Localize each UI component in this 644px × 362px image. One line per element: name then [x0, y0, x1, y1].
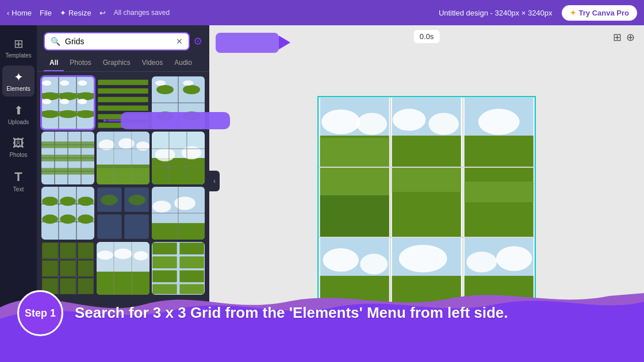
add-page-button[interactable]: ⊕: [626, 31, 635, 44]
svg-rect-125: [464, 136, 533, 167]
svg-point-68: [78, 197, 94, 206]
svg-point-77: [101, 195, 118, 205]
result-item-4[interactable]: [41, 132, 94, 184]
svg-rect-61: [41, 187, 94, 240]
svg-point-123: [429, 113, 459, 134]
grid-cell-2-1: [319, 167, 390, 237]
tab-graphics[interactable]: Graphics: [97, 55, 136, 71]
clear-icon[interactable]: ✕: [176, 37, 183, 46]
step-description: Search for 3 x 3 Grid from the 'Elements…: [75, 303, 508, 323]
svg-point-31: [155, 80, 166, 86]
tab-audio[interactable]: Audio: [168, 55, 198, 71]
svg-point-71: [78, 214, 94, 224]
svg-point-81: [152, 201, 171, 213]
svg-point-10: [76, 110, 94, 118]
svg-rect-129: [320, 195, 389, 237]
text-icon: T: [14, 170, 22, 184]
svg-point-101: [97, 251, 113, 260]
svg-point-11: [42, 80, 51, 86]
try-pro-button[interactable]: ✦ Try Canva Pro: [562, 5, 637, 21]
svg-point-48: [136, 141, 150, 151]
svg-point-16: [78, 99, 87, 104]
tab-all[interactable]: All: [44, 55, 64, 71]
resize-icon: ✦: [60, 9, 66, 17]
svg-rect-146: [216, 33, 279, 53]
saved-status: All changes saved: [114, 9, 170, 17]
home-button[interactable]: ‹ Home: [7, 9, 32, 17]
svg-point-67: [60, 197, 76, 206]
svg-point-15: [60, 99, 69, 104]
tab-photos[interactable]: Photos: [64, 55, 97, 71]
sidebar-item-text[interactable]: T Text: [2, 165, 34, 197]
svg-point-9: [59, 110, 77, 118]
topbar-left: ‹ Home File ✦ Resize ↩ All changes saved: [7, 9, 430, 17]
svg-rect-92: [78, 242, 94, 259]
uploads-label: Uploads: [8, 119, 29, 125]
search-icon: 🔍: [51, 37, 60, 46]
canvas-toolbar: ⊞ ⊕: [613, 31, 635, 44]
sidebar-item-elements[interactable]: ✦ Elements: [2, 66, 34, 97]
file-button[interactable]: File: [40, 9, 52, 17]
bottom-section: Step 1 Search for 3 x 3 Grid from the 'E…: [0, 261, 644, 362]
svg-point-56: [182, 146, 202, 159]
svg-rect-128: [320, 168, 389, 195]
result-item-9[interactable]: [152, 187, 205, 240]
sidebar-item-uploads[interactable]: ⬆ Uploads: [2, 99, 34, 130]
svg-rect-107: [152, 242, 177, 255]
svg-rect-45: [97, 168, 150, 184]
sidebar-item-photos[interactable]: 🖼 Photos: [2, 132, 34, 163]
result-item-7[interactable]: [41, 187, 94, 240]
svg-rect-42: [41, 168, 94, 175]
svg-point-27: [156, 85, 174, 94]
tab-videos[interactable]: Videos: [136, 55, 168, 71]
svg-rect-75: [97, 214, 122, 239]
grid-cell-1-1: [319, 97, 390, 167]
svg-rect-121: [392, 136, 461, 167]
left-arrow-annotation: [103, 106, 230, 137]
svg-marker-148: [279, 36, 290, 49]
undo-button[interactable]: ↩: [99, 9, 106, 17]
uploads-icon: ⬆: [14, 103, 24, 117]
search-input-wrapper: 🔍 ✕: [44, 32, 190, 51]
svg-point-78: [128, 195, 145, 205]
search-tabs: All Photos Graphics Videos Audio: [37, 55, 209, 72]
star-icon: ✦: [570, 9, 576, 17]
elements-label: Elements: [6, 86, 30, 92]
undo-icon: ↩: [99, 9, 106, 17]
result-item-8[interactable]: [97, 187, 150, 240]
filter-button[interactable]: ⚙: [193, 35, 202, 48]
svg-rect-133: [464, 182, 533, 202]
step-circle: Step 1: [17, 290, 63, 336]
svg-point-119: [356, 113, 387, 134]
svg-point-69: [42, 214, 58, 224]
svg-point-8: [41, 110, 59, 118]
svg-rect-117: [320, 138, 389, 167]
grid-cell-2-3: [463, 167, 535, 237]
result-item-1[interactable]: [41, 76, 94, 129]
svg-point-82: [174, 197, 195, 210]
timeline-label: 0.0s: [420, 32, 434, 41]
svg-point-126: [478, 109, 519, 135]
sidebar-item-templates[interactable]: ⊞ Templates: [2, 32, 34, 63]
svg-rect-19: [98, 88, 148, 94]
resize-button[interactable]: ✦ Resize: [60, 9, 91, 17]
svg-point-55: [155, 148, 175, 161]
topbar: ‹ Home File ✦ Resize ↩ All changes saved…: [0, 0, 644, 25]
svg-rect-150: [121, 112, 230, 129]
svg-point-70: [60, 214, 76, 224]
grid-cell-2-2: [390, 167, 462, 237]
svg-point-103: [133, 251, 148, 260]
timeline-bar: 0.0s: [414, 30, 440, 43]
search-input[interactable]: [65, 37, 171, 46]
svg-point-102: [114, 249, 132, 259]
svg-point-47: [118, 138, 135, 149]
svg-point-7: [76, 93, 94, 101]
grid-view-button[interactable]: ⊞: [613, 31, 622, 44]
grid-cell-1-3: [463, 97, 535, 167]
grid-cell-1-2: [390, 97, 462, 167]
collapse-panel-button[interactable]: ‹: [209, 171, 220, 191]
result-item-5[interactable]: [97, 132, 150, 184]
svg-point-46: [98, 140, 114, 150]
step-content: Step 1 Search for 3 x 3 Grid from the 'E…: [0, 270, 644, 362]
result-item-6[interactable]: [152, 132, 205, 184]
